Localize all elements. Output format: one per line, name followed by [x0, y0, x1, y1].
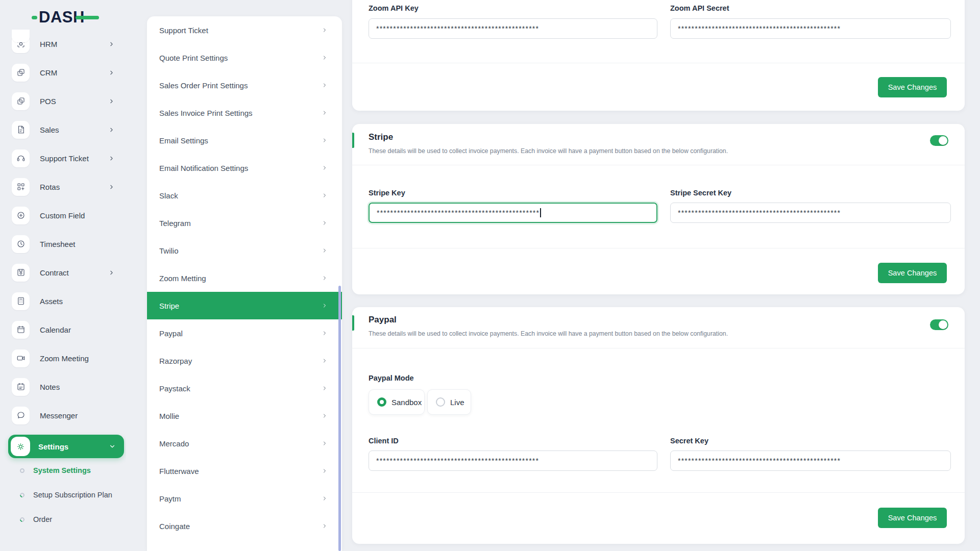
- chevron-right-icon: [322, 247, 328, 254]
- sidebar-item-label: Assets: [40, 297, 115, 306]
- sidebar-item-calendar[interactable]: Calendar: [0, 315, 126, 344]
- menu-item-label: Razorpay: [159, 357, 192, 365]
- menu-item-label: Stripe: [159, 302, 179, 310]
- menu-item-label: Skrill: [159, 549, 176, 551]
- divider: [352, 348, 965, 348]
- zoom-api-key-label: Zoom API Key: [369, 4, 657, 12]
- paypal-card-description: These details will be used to collect in…: [369, 330, 728, 337]
- sidebar-item-contract[interactable]: Contract: [0, 258, 126, 287]
- menu-item-flutterwave[interactable]: Flutterwave: [147, 457, 342, 485]
- menu-item-label: Quote Print Settings: [159, 54, 228, 62]
- zoom-api-secret-input[interactable]: ****************************************…: [670, 18, 951, 39]
- sidebar-item-zoom-meeting[interactable]: Zoom Meeting: [0, 344, 126, 372]
- paypal-mode-live-option[interactable]: Live: [427, 389, 471, 415]
- sidebar-item-custom-field[interactable]: Custom Field: [0, 201, 126, 230]
- menu-item-slack[interactable]: Slack: [147, 182, 342, 209]
- divider: [352, 63, 965, 63]
- menu-item-paytm[interactable]: Paytm: [147, 485, 342, 512]
- menu-item-label: Sales Invoice Print Settings: [159, 109, 253, 117]
- menu-item-sales-order-print-settings[interactable]: Sales Order Print Settings: [147, 71, 342, 99]
- sidebar-item-sales[interactable]: Sales: [0, 115, 126, 144]
- secret-key-input[interactable]: ****************************************…: [670, 450, 951, 471]
- accent-bar: [352, 315, 354, 331]
- sidebar-item-rotas[interactable]: Rotas: [0, 172, 126, 201]
- chevron-right-icon: [108, 184, 115, 190]
- chat-icon: [12, 407, 30, 424]
- chevron-right-icon: [322, 137, 328, 143]
- chevron-right-icon: [322, 495, 328, 502]
- sidebar-item-timesheet[interactable]: Timesheet: [0, 230, 126, 258]
- paypal-card-title: Paypal: [369, 315, 397, 325]
- radio-selected-icon: [377, 397, 386, 407]
- sidebar-item-label: Notes: [40, 383, 115, 391]
- stripe-secret-key-label: Stripe Secret Key: [670, 189, 951, 197]
- menu-item-telegram[interactable]: Telegram: [147, 209, 342, 237]
- menu-item-mollie[interactable]: Mollie: [147, 402, 342, 430]
- main-content: Zoom API Key Zoom API Secret ***********…: [352, 0, 965, 551]
- menu-item-mercado[interactable]: Mercado: [147, 430, 342, 457]
- chevron-right-icon: [108, 155, 115, 162]
- menu-item-quote-print-settings[interactable]: Quote Print Settings: [147, 44, 342, 71]
- menu-item-sales-invoice-print-settings[interactable]: Sales Invoice Print Settings: [147, 99, 342, 127]
- ring-icon: [20, 468, 24, 473]
- ring-icon: [19, 492, 26, 498]
- paypal-mode-sandbox-option[interactable]: Sandbox: [369, 389, 425, 415]
- sidebar-item-notes[interactable]: Notes: [0, 372, 126, 401]
- stripe-key-input[interactable]: ****************************************…: [369, 203, 657, 223]
- sidebar-item-crm[interactable]: CRM: [0, 58, 126, 87]
- client-id-input[interactable]: ****************************************…: [369, 450, 657, 471]
- settings-menu-panel: Support Ticket Quote Print Settings Sale…: [147, 16, 342, 551]
- chevron-right-icon: [322, 165, 328, 171]
- logo-dash-icon: [32, 16, 37, 19]
- chevron-right-icon: [322, 82, 328, 88]
- chevron-right-icon: [108, 41, 115, 47]
- chevron-right-icon: [322, 192, 328, 198]
- chevron-right-icon: [322, 275, 328, 281]
- chevron-right-icon: [322, 385, 328, 391]
- sidebar-subitem-order[interactable]: Order: [0, 507, 126, 532]
- stripe-enabled-toggle[interactable]: [930, 135, 948, 146]
- menu-item-email-notification-settings[interactable]: Email Notification Settings: [147, 154, 342, 182]
- save-changes-button[interactable]: Save Changes: [878, 508, 947, 528]
- support-ticket-icon: [12, 149, 30, 167]
- menu-item-razorpay[interactable]: Razorpay: [147, 347, 342, 374]
- app-logo[interactable]: DASH: [32, 7, 99, 28]
- sidebar-item-pos[interactable]: POS: [0, 87, 126, 115]
- chevron-right-icon: [322, 303, 328, 309]
- stripe-secret-key-input[interactable]: ****************************************…: [670, 203, 951, 223]
- sidebar-item-assets[interactable]: Assets: [0, 287, 126, 315]
- menu-item-paypal[interactable]: Paypal: [147, 319, 342, 347]
- menu-item-twilio[interactable]: Twilio: [147, 237, 342, 264]
- sidebar-item-label: Contract: [40, 268, 108, 277]
- sidebar-item-label: Timesheet: [40, 240, 115, 248]
- menu-item-stripe-selected[interactable]: Stripe: [147, 292, 342, 319]
- divider: [352, 165, 965, 165]
- menu-item-zoom-metting[interactable]: Zoom Metting: [147, 264, 342, 292]
- sidebar-item-settings[interactable]: Settings: [8, 435, 124, 458]
- menu-item-support-ticket[interactable]: Support Ticket: [147, 16, 342, 44]
- menu-item-email-settings[interactable]: Email Settings: [147, 127, 342, 154]
- menu-item-label: Coingate: [159, 522, 190, 531]
- sidebar-item-label: CRM: [40, 68, 108, 77]
- calendar-icon: [12, 321, 30, 339]
- chevron-right-icon: [322, 55, 328, 61]
- sidebar-item-messenger[interactable]: Messenger: [0, 401, 126, 430]
- sidebar-subitem-system-settings[interactable]: System Settings: [0, 458, 126, 483]
- menu-item-label: Flutterwave: [159, 467, 199, 475]
- zoom-api-key-input[interactable]: ****************************************…: [369, 18, 657, 39]
- save-changes-button[interactable]: Save Changes: [878, 263, 947, 283]
- save-changes-button[interactable]: Save Changes: [878, 77, 947, 97]
- sidebar-subitem-label: Setup Subscription Plan: [33, 491, 112, 499]
- sidebar-item-support-ticket[interactable]: Support Ticket: [0, 144, 126, 172]
- sidebar-subitem-setup-subscription-plan[interactable]: Setup Subscription Plan: [0, 483, 126, 507]
- menu-item-label: Paypal: [159, 329, 183, 338]
- panel-scrollbar[interactable]: [338, 286, 341, 551]
- paypal-enabled-toggle[interactable]: [930, 319, 948, 330]
- chevron-right-icon: [322, 27, 328, 33]
- pos-icon: [12, 92, 30, 110]
- menu-item-paystack[interactable]: Paystack: [147, 374, 342, 402]
- chevron-right-icon: [322, 440, 328, 446]
- menu-item-skrill[interactable]: Skrill: [147, 540, 342, 551]
- sidebar-item-label: Support Ticket: [40, 154, 108, 163]
- menu-item-coingate[interactable]: Coingate: [147, 512, 342, 540]
